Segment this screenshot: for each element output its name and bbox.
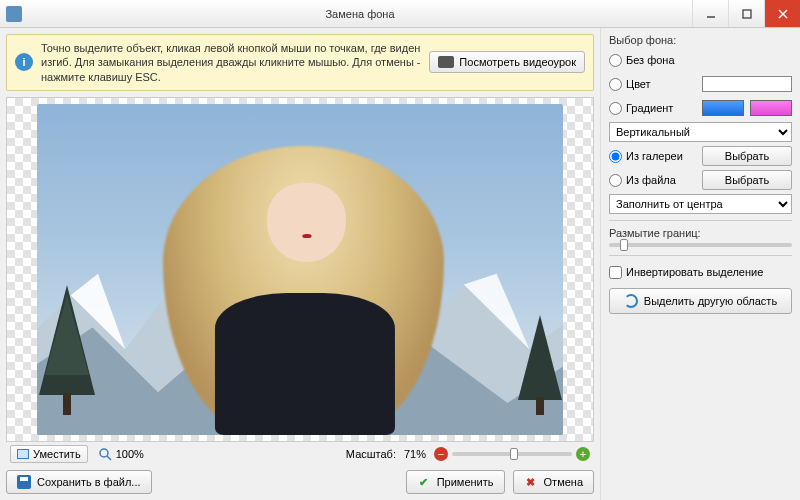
gradient-color-2[interactable] (750, 100, 792, 116)
video-button-label: Посмотреть видеоурок (459, 56, 576, 68)
select-other-label: Выделить другую область (644, 295, 777, 307)
svg-rect-1 (743, 10, 751, 18)
gallery-choose-button[interactable]: Выбрать (702, 146, 792, 166)
minimize-button[interactable] (692, 0, 728, 27)
radio-gradient[interactable]: Градиент (609, 102, 696, 115)
blur-label: Размытие границ: (609, 227, 792, 239)
camera-icon (438, 56, 454, 68)
cancel-button[interactable]: ✖ Отмена (513, 470, 594, 494)
titlebar: Замена фона (0, 0, 800, 28)
check-icon: ✔ (417, 475, 431, 489)
bg-section-label: Выбор фона: (609, 34, 792, 46)
video-tutorial-button[interactable]: Посмотреть видеоурок (429, 51, 585, 73)
apply-label: Применить (437, 476, 494, 488)
gradient-color-1[interactable] (702, 100, 744, 116)
editor-canvas[interactable] (6, 97, 594, 442)
hint-text: Точно выделите объект, кликая левой кноп… (41, 41, 421, 84)
window-title: Замена фона (28, 8, 692, 20)
blur-slider[interactable] (609, 243, 792, 247)
file-choose-button[interactable]: Выбрать (702, 170, 792, 190)
app-icon (6, 6, 22, 22)
color-swatch[interactable] (702, 76, 792, 92)
apply-button[interactable]: ✔ Применить (406, 470, 505, 494)
zoom-out-button[interactable]: − (434, 447, 448, 461)
save-to-file-button[interactable]: Сохранить в файл... (6, 470, 152, 494)
radio-no-bg[interactable]: Без фона (609, 54, 792, 67)
info-icon: i (15, 53, 33, 71)
svg-marker-11 (45, 295, 89, 375)
radio-file[interactable]: Из файла (609, 174, 696, 187)
composited-image (37, 104, 563, 435)
gradient-direction-select[interactable]: Вертикальный (609, 122, 792, 142)
cancel-icon: ✖ (524, 475, 538, 489)
maximize-button[interactable] (728, 0, 764, 27)
options-panel: Выбор фона: Без фона Цвет Градиент Верти… (600, 28, 800, 500)
radio-gallery[interactable]: Из галереи (609, 150, 696, 163)
svg-point-15 (100, 449, 108, 457)
refresh-icon (624, 294, 638, 308)
cancel-label: Отмена (544, 476, 583, 488)
zoom-100-button[interactable]: 100% (98, 447, 144, 461)
canvas-statusbar: Уместить 100% Масштаб: 71% − + (6, 442, 594, 466)
svg-rect-14 (536, 397, 544, 415)
invert-selection-checkbox[interactable]: Инвертировать выделение (609, 266, 792, 279)
fit-button[interactable]: Уместить (10, 445, 88, 463)
fit-label: Уместить (33, 448, 81, 460)
radio-color[interactable]: Цвет (609, 78, 696, 91)
save-label: Сохранить в файл... (37, 476, 141, 488)
svg-rect-12 (63, 393, 71, 415)
magnifier-icon (98, 447, 112, 461)
save-icon (17, 475, 31, 489)
close-button[interactable] (764, 0, 800, 27)
fill-mode-select[interactable]: Заполнить от центра (609, 194, 792, 214)
scale-value: 71% (404, 448, 426, 460)
zoom-slider[interactable] (452, 452, 572, 456)
fit-icon (17, 449, 29, 459)
select-other-area-button[interactable]: Выделить другую область (609, 288, 792, 314)
hint-banner: i Точно выделите объект, кликая левой кн… (6, 34, 594, 91)
svg-marker-13 (518, 315, 562, 400)
zoom-100-label: 100% (116, 448, 144, 460)
svg-line-16 (107, 456, 111, 460)
scale-label: Масштаб: (346, 448, 396, 460)
zoom-in-button[interactable]: + (576, 447, 590, 461)
